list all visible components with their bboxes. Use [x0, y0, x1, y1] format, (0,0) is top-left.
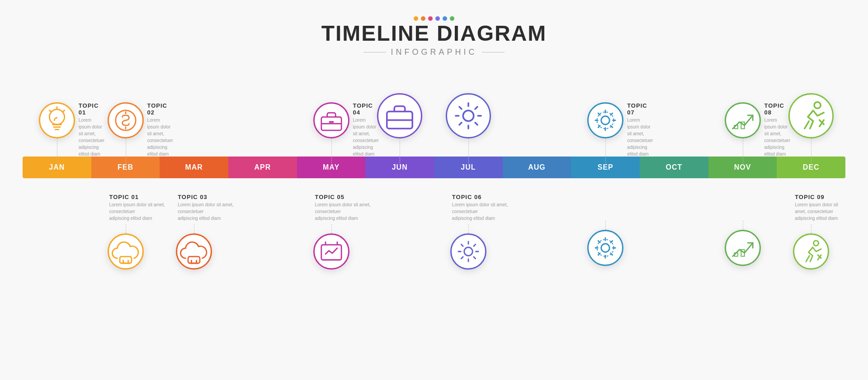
bottom-item-TOPIC 03: TOPIC 03Lorem ipsum dolor sit amet, cons…: [176, 194, 241, 270]
svg-point-27: [464, 247, 473, 256]
svg-rect-16: [120, 256, 132, 263]
circle-icon-cloud: [108, 233, 144, 270]
infographic-container: JANFEBMARAPRMAYJUNJULAUGSEPOCTNOVDEC TOP…: [23, 66, 845, 380]
dot-pink: [428, 16, 433, 21]
connector-line: [331, 138, 332, 166]
top-circle-TOPIC 01: TOPIC 01Lorem ipsum dolor sit amet, cons…: [39, 102, 75, 138]
top-circle-TOPIC 07: TOPIC 07Lorem ipsum dolor sit amet, cons…: [587, 102, 623, 138]
label-desc: Lorem ipsum dolor sit amet, consectetuer…: [627, 117, 653, 157]
connector-line: [605, 221, 606, 230]
connector-line: [468, 138, 469, 166]
month-oct: OCT: [640, 157, 708, 178]
topic-label-topic-08: TOPIC 08Lorem ipsum dolor sit amet, cons…: [764, 102, 790, 157]
svg-rect-20: [188, 256, 200, 263]
circle-icon-briefcase: [313, 102, 349, 138]
page-title: TIMELINE DIAGRAM: [321, 21, 547, 46]
svg-point-10: [463, 110, 474, 121]
connector-line: [331, 224, 332, 233]
header: TIMELINE DIAGRAM INFOGRAPHIC: [321, 14, 547, 57]
connector-line: [194, 224, 194, 233]
connector-line: [605, 138, 606, 166]
connector-line: [811, 138, 811, 166]
topic-label-topic-07: TOPIC 07Lorem ipsum dolor sit amet, cons…: [627, 102, 653, 157]
topic-label-topic-02: TOPIC 02Lorem ipsum dolor sit amet, cons…: [147, 102, 173, 157]
dot-purple: [435, 16, 440, 21]
label-text: TOPIC 01: [109, 194, 173, 200]
bottom-item-item-4: [587, 194, 623, 266]
bottom-item-TOPIC 01: TOPIC 01Lorem ipsum dolor sit amet, cons…: [108, 194, 173, 270]
bottom-label-topic-01: TOPIC 01Lorem ipsum dolor sit amet, cons…: [109, 194, 173, 222]
label-desc: Lorem ipsum dolor sit amet, consectetuer…: [315, 201, 378, 222]
label-desc: Lorem ipsum dolor sit amet, consectetuer…: [178, 201, 241, 222]
label-text: TOPIC 06: [452, 194, 515, 200]
circle-icon-growth: [725, 230, 761, 266]
circle-icon-gear: [446, 93, 491, 138]
top-circle-TOPIC 02: TOPIC 02Lorem ipsum dolor sit amet, cons…: [108, 102, 144, 138]
circle-icon-gear: [450, 233, 486, 270]
top-circle-TOPIC 08: TOPIC 08Lorem ipsum dolor sit amet, cons…: [725, 102, 761, 138]
label-text: TOPIC 07: [627, 102, 653, 116]
dot-orange: [414, 16, 418, 21]
bottom-label-topic-06: TOPIC 06Lorem ipsum dolor sit amet, cons…: [452, 194, 515, 222]
connector-line: [126, 138, 126, 166]
label-text: TOPIC 02: [147, 102, 173, 116]
color-dots: [321, 16, 547, 21]
circle-icon-runner: [793, 233, 829, 270]
topic-label-topic-01: TOPIC 01Lorem ipsum dolor sit amet, cons…: [79, 102, 104, 157]
top-circle-circle-7: [788, 93, 834, 138]
svg-point-28: [601, 244, 610, 252]
label-text: TOPIC 04: [353, 102, 379, 116]
connector-line: [811, 224, 811, 233]
month-aug: AUG: [503, 157, 571, 178]
bottom-label-topic-05: TOPIC 05Lorem ipsum dolor sit amet, cons…: [315, 194, 378, 222]
label-desc: Lorem ipsum dolor sit amet, consectetuer…: [764, 117, 790, 157]
page-subtitle: INFOGRAPHIC: [321, 48, 547, 57]
circle-icon-cloud: [176, 233, 212, 270]
label-text: TOPIC 05: [315, 194, 378, 200]
label-desc: Lorem ipsum dolor sit amet, consectetuer…: [795, 201, 845, 222]
svg-point-0: [49, 109, 64, 124]
top-circle-circle-3: [377, 93, 422, 138]
dot-blue: [443, 16, 447, 21]
circle-icon-settings: [587, 102, 623, 138]
label-desc: Lorem ipsum dolor sit amet, consectetuer…: [353, 117, 379, 157]
bottom-item-TOPIC 09: TOPIC 09Lorem ipsum dolor sit amet, cons…: [793, 194, 845, 270]
svg-line-2: [49, 110, 51, 112]
label-desc: Lorem ipsum dolor sit amet, consectetuer…: [452, 201, 515, 222]
dot-green: [450, 16, 454, 21]
svg-point-32: [814, 241, 819, 246]
month-mar: MAR: [160, 157, 228, 178]
label-text: TOPIC 03: [178, 194, 241, 200]
circle-icon-runner: [788, 93, 834, 138]
svg-line-3: [63, 110, 65, 112]
month-apr: APR: [228, 157, 297, 178]
top-circle-circle-4: [446, 93, 491, 138]
dot-orange2: [421, 16, 425, 21]
label-text: TOPIC 08: [764, 102, 790, 116]
connector-line: [468, 224, 469, 233]
label-desc: Lorem ipsum dolor sit amet, consectetuer…: [147, 117, 173, 157]
circle-icon-growth: [725, 102, 761, 138]
circle-icon-chart: [313, 233, 349, 270]
bottom-item-TOPIC 05: TOPIC 05Lorem ipsum dolor sit amet, cons…: [313, 194, 378, 270]
circle-icon-dollar: [108, 102, 144, 138]
connector-line: [400, 138, 400, 166]
label-text: TOPIC 09: [795, 194, 845, 200]
label-desc: Lorem ipsum dolor sit amet, consectetuer…: [79, 117, 104, 157]
bottom-item-item-5: [725, 194, 761, 266]
circle-icon-briefcase2: [377, 93, 422, 138]
bottom-item-TOPIC 06: TOPIC 06Lorem ipsum dolor sit amet, cons…: [450, 194, 515, 270]
svg-point-11: [601, 116, 610, 125]
label-text: TOPIC 01: [79, 102, 104, 116]
label-desc: Lorem ipsum dolor sit amet, consectetuer…: [109, 201, 173, 222]
svg-point-15: [814, 102, 821, 108]
connector-line: [743, 138, 743, 166]
timeline-bar: JANFEBMARAPRMAYJUNJULAUGSEPOCTNOVDEC: [23, 157, 845, 178]
circle-icon-settings: [587, 230, 623, 266]
bottom-label-topic-09: TOPIC 09Lorem ipsum dolor sit amet, cons…: [795, 194, 845, 222]
connector-line: [743, 221, 743, 230]
connector-line: [57, 138, 57, 166]
topic-label-topic-04: TOPIC 04Lorem ipsum dolor sit amet, cons…: [353, 102, 379, 157]
bottom-label-topic-03: TOPIC 03Lorem ipsum dolor sit amet, cons…: [178, 194, 241, 222]
top-circle-TOPIC 04: TOPIC 04Lorem ipsum dolor sit amet, cons…: [313, 102, 349, 138]
